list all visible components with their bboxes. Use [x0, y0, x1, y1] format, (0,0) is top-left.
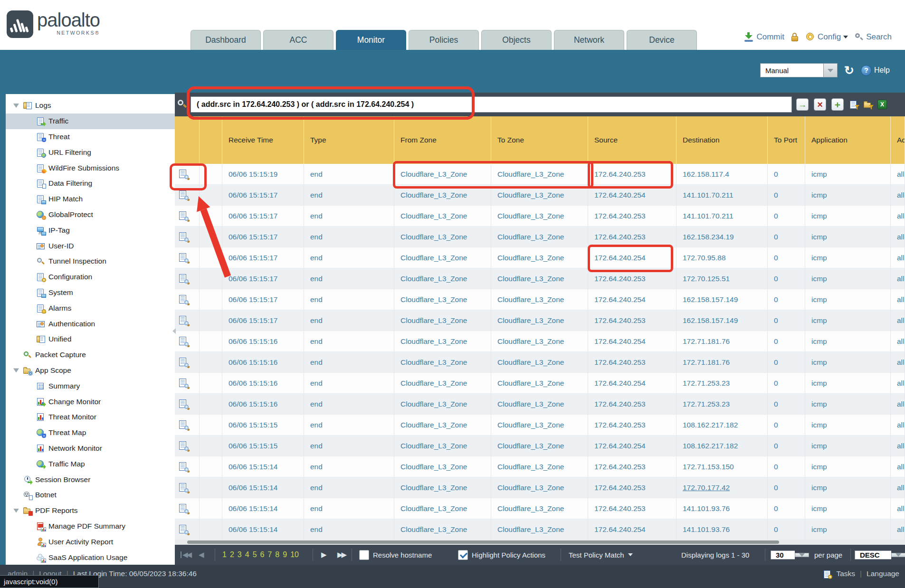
cell-destination[interactable]: 162.158.157.149 — [676, 289, 768, 310]
sidebar-item-traffic[interactable]: Traffic — [6, 114, 175, 129]
cell-destination[interactable]: 108.162.217.182 — [676, 415, 768, 436]
sidebar-item-session-browser[interactable]: Session Browser — [6, 472, 175, 487]
refresh-icon[interactable]: ↻ — [844, 65, 854, 76]
sidebar-item-manage-pdf-summary[interactable]: Manage PDF Summary — [6, 519, 175, 534]
cell-source[interactable]: 172.64.240.253 — [588, 164, 676, 185]
export-csv-icon[interactable]: X — [877, 100, 887, 109]
sidebar-item-system[interactable]: System — [6, 285, 175, 301]
prev-page-button[interactable]: ◀ — [199, 545, 203, 565]
log-detail-magnifier-icon[interactable] — [179, 441, 189, 451]
add-filter-button[interactable]: + — [831, 98, 844, 111]
config-menu-button[interactable]: Config — [806, 32, 848, 42]
tab-acc[interactable]: ACC — [263, 30, 333, 50]
load-filter-icon[interactable] — [863, 100, 872, 109]
cell-source[interactable]: 172.64.240.253 — [588, 352, 676, 373]
sidebar-item-tunnel-inspection[interactable]: Tunnel Inspection — [6, 254, 175, 269]
log-detail-magnifier-icon[interactable] — [179, 483, 189, 493]
tasks-button[interactable]: Tasks — [836, 569, 855, 578]
cell-destination[interactable]: 172.70.177.42 — [676, 477, 768, 498]
test-policy-match-button[interactable]: Test Policy Match — [569, 545, 633, 565]
page-number-9[interactable]: 9 — [283, 550, 287, 559]
page-number-7[interactable]: 7 — [267, 550, 272, 559]
filter-builder-icon[interactable] — [849, 100, 858, 109]
column-header-from-zone[interactable]: From Zone — [394, 116, 491, 164]
page-number-2[interactable]: 2 — [230, 550, 234, 559]
cell-destination[interactable]: 172.71.153.150 — [676, 456, 768, 477]
page-number-10[interactable]: 10 — [290, 550, 299, 559]
sidebar-item-threat-monitor[interactable]: Threat Monitor — [6, 409, 175, 425]
sidebar-item-authentication[interactable]: Authentication — [6, 316, 175, 332]
language-button[interactable]: Language — [867, 569, 899, 578]
sidebar-item-botnet[interactable]: Botnet — [6, 487, 175, 503]
sidebar-item-user-id[interactable]: User-ID — [6, 238, 175, 254]
cell-source[interactable]: 172.64.240.253 — [588, 227, 676, 247]
sidebar-item-traffic-map[interactable]: Traffic Map — [6, 456, 175, 472]
log-detail-magnifier-icon[interactable] — [179, 462, 189, 472]
column-header-receive-time[interactable]: Receive Time — [222, 116, 304, 164]
cell-destination[interactable]: 141.101.93.76 — [676, 498, 768, 519]
sidebar-item-packet-capture[interactable]: Packet Capture — [6, 347, 175, 363]
tab-monitor[interactable]: Monitor — [336, 30, 406, 50]
log-detail-magnifier-icon[interactable] — [179, 253, 189, 263]
log-detail-magnifier-icon[interactable] — [179, 190, 189, 200]
cell-source[interactable]: 172.64.240.254 — [588, 519, 676, 540]
log-detail-magnifier-icon[interactable] — [179, 232, 189, 242]
column-header-action[interactable]: Action — [891, 116, 905, 164]
cell-source[interactable]: 172.64.240.254 — [588, 436, 676, 456]
cell-source[interactable]: 172.64.240.253 — [588, 310, 676, 331]
cell-source[interactable]: 172.64.240.253 — [588, 206, 676, 227]
page-number-3[interactable]: 3 — [238, 550, 242, 559]
cell-destination[interactable]: 172.70.95.88 — [676, 247, 768, 268]
dropdown-arrow-icon[interactable] — [795, 553, 809, 557]
lock-icon[interactable] — [791, 33, 799, 42]
sidebar-collapse-handle[interactable] — [172, 326, 177, 336]
log-detail-magnifier-icon[interactable] — [179, 399, 189, 409]
column-header-destination[interactable]: Destination — [676, 116, 768, 164]
column-header-to-port[interactable]: To Port — [768, 116, 805, 164]
column-header-to-zone[interactable]: To Zone — [491, 116, 588, 164]
sidebar-item-hip-match[interactable]: HIP Match — [6, 191, 175, 207]
sidebar-item-alarms[interactable]: Alarms — [6, 300, 175, 316]
dropdown-arrow-icon[interactable] — [823, 63, 838, 77]
sidebar-item-threat[interactable]: Threat — [6, 129, 175, 145]
cell-source[interactable]: 172.64.240.254 — [588, 247, 676, 268]
page-number-8[interactable]: 8 — [275, 550, 279, 559]
sidebar-item-wildfire-submissions[interactable]: WildFire Submissions — [6, 160, 175, 176]
log-detail-magnifier-icon[interactable] — [179, 211, 189, 221]
tab-dashboard[interactable]: Dashboard — [191, 30, 261, 50]
horizontal-scrollbar-thumb[interactable] — [187, 541, 779, 544]
cell-destination[interactable]: 172.70.125.51 — [676, 268, 768, 289]
page-number-1[interactable]: 1 — [222, 550, 227, 559]
tab-policies[interactable]: Policies — [409, 30, 479, 50]
apply-filter-button[interactable]: → — [796, 98, 809, 111]
log-filter-input[interactable] — [191, 96, 792, 113]
cell-destination[interactable]: 141.101.93.76 — [676, 519, 768, 540]
sidebar-item-app-scope[interactable]: App Scope — [6, 363, 175, 379]
tab-device[interactable]: Device — [627, 30, 697, 50]
sidebar-item-change-monitor[interactable]: Change Monitor — [6, 394, 175, 409]
cell-destination[interactable]: 172.71.253.23 — [676, 373, 768, 394]
sort-order-select[interactable]: DESC — [855, 548, 905, 562]
sidebar-item-network-monitor[interactable]: Network Monitor — [6, 441, 175, 456]
log-detail-magnifier-icon[interactable] — [179, 504, 189, 513]
tab-network[interactable]: Network — [554, 30, 624, 50]
help-button[interactable]: ? Help — [861, 65, 890, 76]
expander-triangle-icon[interactable] — [13, 368, 19, 372]
cell-source[interactable]: 172.64.240.253 — [588, 456, 676, 477]
sidebar-item-url-filtering[interactable]: URL Filtering — [6, 144, 175, 160]
log-detail-magnifier-icon[interactable] — [179, 379, 189, 388]
last-page-button[interactable]: ▶▶ — [337, 545, 345, 565]
page-number-5[interactable]: 5 — [253, 550, 257, 559]
cell-source[interactable]: 172.64.240.253 — [588, 498, 676, 519]
column-header-type[interactable]: Type — [304, 116, 394, 164]
per-page-select[interactable]: 30 — [771, 548, 809, 562]
highlight-policy-actions-checkbox[interactable] — [458, 550, 468, 560]
sidebar-item-data-filtering[interactable]: Data Filtering — [6, 176, 175, 191]
log-detail-magnifier-icon[interactable] — [179, 170, 189, 179]
cell-destination[interactable]: 162.158.157.149 — [676, 310, 768, 331]
log-detail-magnifier-icon[interactable] — [179, 525, 189, 534]
page-number-6[interactable]: 6 — [260, 550, 265, 559]
page-number-4[interactable]: 4 — [245, 550, 249, 559]
clear-filter-button[interactable]: × — [814, 98, 826, 111]
log-detail-magnifier-icon[interactable] — [179, 420, 189, 430]
